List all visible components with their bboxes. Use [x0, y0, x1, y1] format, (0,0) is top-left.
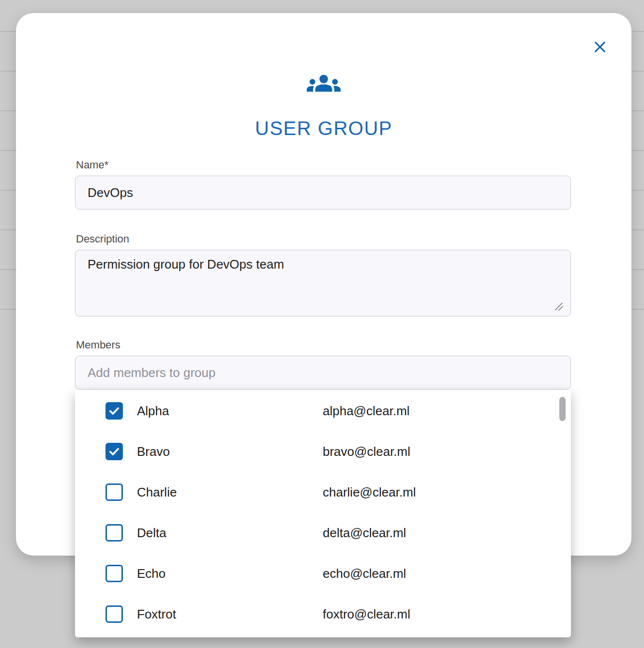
group-icon: [307, 66, 341, 102]
user-group-form: Name* Description Permission group for D…: [75, 158, 571, 390]
list-item[interactable]: Delta delta@clear.ml: [75, 512, 571, 553]
member-checkbox[interactable]: [105, 524, 123, 542]
description-textarea[interactable]: Permission group for DevOps team: [75, 250, 571, 316]
member-name: Alpha: [137, 404, 323, 419]
description-label: Description: [76, 232, 571, 246]
list-item[interactable]: Echo echo@clear.ml: [75, 553, 571, 594]
checkmark-icon: [108, 445, 120, 458]
members-list: Alpha alpha@clear.ml Bravo bravo@clear.m…: [75, 391, 571, 634]
dialog-title: USER GROUP: [255, 118, 392, 139]
name-input[interactable]: [75, 176, 571, 210]
checkmark-icon: [108, 405, 120, 417]
member-checkbox[interactable]: [105, 605, 123, 623]
list-item[interactable]: Bravo bravo@clear.ml: [75, 431, 571, 472]
name-label: Name*: [76, 158, 571, 172]
member-checkbox[interactable]: [105, 565, 123, 582]
members-search-input[interactable]: [75, 356, 571, 390]
list-item[interactable]: Charlie charlie@clear.ml: [75, 472, 571, 512]
member-name: Delta: [137, 526, 323, 541]
member-name: Bravo: [137, 444, 323, 459]
member-checkbox[interactable]: [105, 402, 123, 420]
member-email: charlie@clear.ml: [323, 485, 416, 500]
member-email: bravo@clear.ml: [323, 444, 410, 459]
member-email: echo@clear.ml: [323, 566, 406, 581]
scrollbar-thumb[interactable]: [559, 397, 566, 421]
user-group-dialog: USER GROUP Name* Description Permission …: [16, 13, 631, 556]
member-email: alpha@clear.ml: [323, 404, 410, 419]
members-dropdown: Alpha alpha@clear.ml Bravo bravo@clear.m…: [75, 390, 571, 637]
list-item[interactable]: Alpha alpha@clear.ml: [75, 391, 571, 431]
member-checkbox[interactable]: [105, 483, 123, 501]
member-checkbox[interactable]: [105, 443, 123, 460]
member-email: delta@clear.ml: [323, 526, 406, 541]
member-name: Charlie: [137, 485, 323, 500]
member-name: Echo: [137, 566, 323, 581]
member-email: foxtro@clear.ml: [323, 607, 410, 622]
close-button[interactable]: [593, 40, 607, 54]
dialog-header: USER GROUP: [16, 66, 631, 139]
members-label: Members: [76, 338, 571, 352]
member-name: Foxtrot: [137, 607, 323, 622]
list-item[interactable]: Foxtrot foxtro@clear.ml: [75, 594, 571, 634]
close-icon: [593, 40, 607, 54]
